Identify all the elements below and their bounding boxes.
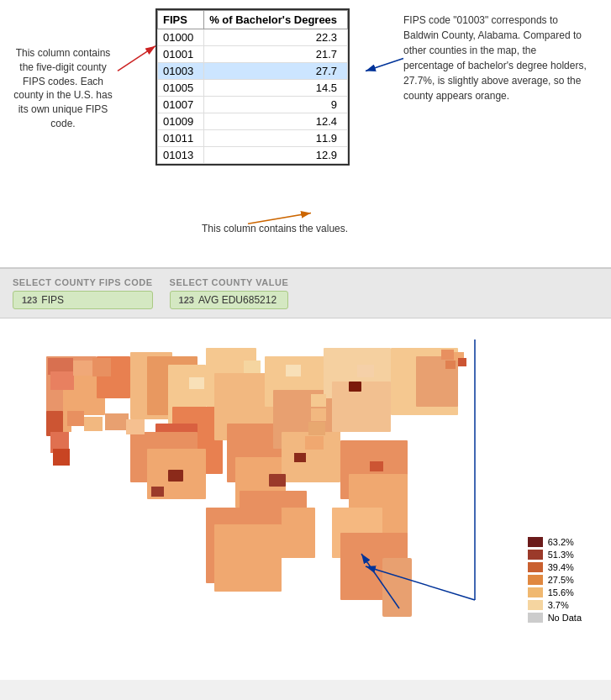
table-cell-fips: 01009 — [158, 113, 204, 130]
svg-rect-31 — [382, 558, 412, 617]
legend-color-box — [528, 575, 543, 585]
svg-rect-39 — [84, 417, 103, 431]
svg-rect-40 — [105, 413, 129, 430]
table-cell-fips: 01013 — [158, 147, 204, 164]
value-pill-label: AVG EDU685212 — [198, 294, 277, 306]
county-value-label: SELECT COUNTY VALUE — [170, 277, 289, 287]
fips-pill[interactable]: 123 FIPS — [13, 291, 153, 309]
table-header-fips: FIPS — [158, 11, 204, 29]
svg-rect-35 — [168, 470, 183, 482]
fips-annotation: This column contains the five-digit coun… — [8, 46, 118, 131]
table-cell-value: 14.5 — [204, 80, 348, 97]
table-cell-value: 27.7 — [204, 63, 348, 80]
table-cell-fips: 01007 — [158, 97, 204, 113]
legend-color-box — [528, 613, 543, 623]
table-cell-fips: 01001 — [158, 46, 204, 63]
svg-rect-33 — [214, 524, 282, 592]
table-cell-fips: 01000 — [158, 29, 204, 46]
svg-rect-44 — [53, 449, 70, 466]
table-row: 0100514.5 — [158, 80, 348, 97]
baldwin-annotation-text: FIPS code "01003" corresponds to Baldwin… — [403, 14, 587, 102]
svg-rect-61 — [244, 361, 261, 373]
legend-label: No Data — [548, 613, 582, 623]
legend-color-box — [528, 562, 543, 572]
svg-rect-46 — [50, 371, 74, 390]
legend-item: No Data — [528, 613, 582, 623]
fips-pill-label: FIPS — [41, 294, 64, 306]
fips-pill-icon: 123 — [22, 295, 37, 305]
table-row: 0100121.7 — [158, 46, 348, 63]
table-cell-value: 21.7 — [204, 46, 348, 63]
legend-label: 63.2% — [548, 537, 574, 547]
county-fips-label: SELECT COUNTY FIPS CODE — [13, 277, 153, 287]
table-row: 0100022.3 — [158, 29, 348, 46]
legend-item: 39.4% — [528, 562, 582, 572]
legend-color-box — [528, 600, 543, 610]
svg-rect-56 — [445, 361, 456, 369]
legend-item: 27.5% — [528, 575, 582, 585]
map-area: 63.2%51.3%39.4%27.5%15.6%3.7%No Data — [0, 318, 611, 680]
svg-rect-51 — [308, 422, 325, 435]
table-cell-fips: 01005 — [158, 80, 204, 97]
svg-rect-55 — [458, 358, 466, 366]
values-annotation-text: This column contains the values. — [202, 223, 348, 234]
svg-rect-62 — [286, 365, 301, 376]
table-cell-fips: 01011 — [158, 130, 204, 147]
svg-rect-36 — [349, 382, 361, 392]
svg-rect-50 — [311, 408, 326, 421]
map-legend: 63.2%51.3%39.4%27.5%15.6%3.7%No Data — [519, 533, 590, 629]
svg-rect-49 — [311, 394, 326, 407]
county-fips-selector: SELECT COUNTY FIPS CODE 123 FIPS — [13, 277, 153, 309]
svg-rect-47 — [73, 361, 94, 376]
table-cell-value: 12.4 — [204, 113, 348, 130]
us-map-svg — [13, 331, 567, 642]
table-header-value: % of Bachelor's Degrees — [204, 11, 348, 29]
legend-color-box — [528, 537, 543, 547]
svg-rect-60 — [189, 377, 204, 389]
table-row: 0101111.9 — [158, 130, 348, 147]
legend-item: 15.6% — [528, 587, 582, 597]
table-row: 010079 — [158, 97, 348, 113]
svg-rect-48 — [92, 358, 111, 376]
legend-color-box — [528, 550, 543, 560]
legend-label: 15.6% — [548, 587, 574, 597]
value-pill[interactable]: 123 AVG EDU685212 — [170, 291, 289, 309]
legend-color-box — [528, 587, 543, 597]
svg-rect-53 — [441, 350, 454, 360]
table-row: 0101312.9 — [158, 147, 348, 164]
svg-rect-63 — [357, 365, 374, 377]
svg-rect-57 — [151, 487, 164, 497]
legend-item: 3.7% — [528, 600, 582, 610]
legend-label: 27.5% — [548, 575, 574, 585]
data-table-wrapper: FIPS % of Bachelor's Degrees 0100022.301… — [155, 8, 350, 166]
legend-item: 63.2% — [528, 537, 582, 547]
legend-label: 51.3% — [548, 550, 574, 560]
value-pill-icon: 123 — [179, 295, 194, 305]
table-cell-value: 12.9 — [204, 147, 348, 164]
table-cell-value: 11.9 — [204, 130, 348, 147]
table-row: 0100912.4 — [158, 113, 348, 130]
data-table: FIPS % of Bachelor's Degrees 0100022.301… — [157, 10, 348, 164]
field-selector-area: SELECT COUNTY FIPS CODE 123 FIPS SELECT … — [0, 269, 611, 318]
county-value-selector: SELECT COUNTY VALUE 123 AVG EDU685212 — [170, 277, 289, 309]
svg-rect-52 — [305, 436, 324, 450]
legend-label: 3.7% — [548, 600, 569, 610]
table-cell-value: 22.3 — [204, 29, 348, 46]
legend-item: 51.3% — [528, 550, 582, 560]
legend-label: 39.4% — [548, 562, 574, 572]
svg-rect-38 — [67, 411, 84, 426]
svg-rect-59 — [370, 461, 383, 471]
table-cell-fips: 01003 — [158, 63, 204, 80]
main-container: This column contains the five-digit coun… — [0, 0, 611, 680]
svg-rect-58 — [294, 453, 306, 462]
baldwin-annotation: FIPS code "01003" corresponds to Baldwin… — [403, 13, 588, 103]
values-annotation: This column contains the values. — [202, 223, 348, 234]
annotation-area: This column contains the five-digit coun… — [0, 0, 611, 269]
svg-rect-34 — [269, 474, 286, 487]
table-cell-value: 9 — [204, 97, 348, 113]
fips-annotation-text: This column contains the five-digit coun… — [13, 47, 112, 129]
svg-rect-41 — [126, 419, 145, 434]
table-row: 0100327.7 — [158, 63, 348, 80]
